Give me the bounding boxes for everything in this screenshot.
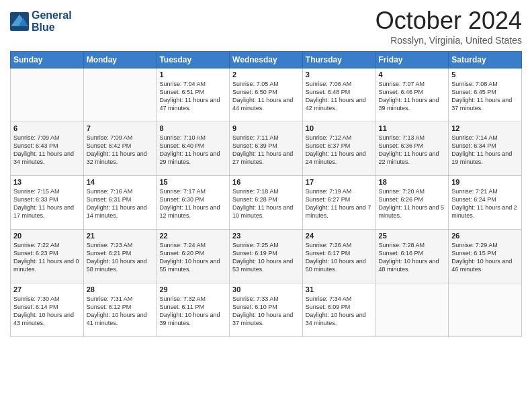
cell-info: Sunrise: 7:17 AM Sunset: 6:30 PM Dayligh… (159, 187, 226, 220)
cell-info: Sunrise: 7:33 AM Sunset: 6:10 PM Dayligh… (232, 295, 300, 328)
day-number: 31 (306, 285, 373, 293)
cell-info: Sunrise: 7:31 AM Sunset: 6:12 PM Dayligh… (87, 295, 154, 328)
day-number: 16 (232, 178, 300, 186)
calendar-header: SundayMondayTuesdayWednesdayThursdayFrid… (11, 52, 522, 68)
calendar-cell: 29Sunrise: 7:32 AM Sunset: 6:11 PM Dayli… (157, 283, 230, 337)
cell-info: Sunrise: 7:29 AM Sunset: 6:15 PM Dayligh… (451, 241, 519, 274)
cell-info: Sunrise: 7:12 AM Sunset: 6:37 PM Dayligh… (306, 134, 373, 167)
cell-info: Sunrise: 7:34 AM Sunset: 6:09 PM Dayligh… (306, 295, 373, 328)
calendar-cell: 24Sunrise: 7:26 AM Sunset: 6:17 PM Dayli… (302, 230, 375, 283)
day-number: 3 (306, 71, 373, 79)
calendar-table: SundayMondayTuesdayWednesdayThursdayFrid… (10, 51, 522, 337)
calendar-cell: 21Sunrise: 7:23 AM Sunset: 6:21 PM Dayli… (83, 230, 157, 283)
calendar-cell: 16Sunrise: 7:18 AM Sunset: 6:28 PM Dayli… (230, 176, 303, 230)
weekday-header-saturday: Saturday (449, 52, 522, 68)
cell-info: Sunrise: 7:23 AM Sunset: 6:21 PM Dayligh… (87, 241, 154, 274)
day-number: 2 (232, 71, 300, 79)
day-number: 18 (379, 178, 446, 186)
calendar-cell: 4Sunrise: 7:07 AM Sunset: 6:46 PM Daylig… (375, 68, 449, 122)
day-number: 13 (13, 178, 81, 186)
cell-info: Sunrise: 7:32 AM Sunset: 6:11 PM Dayligh… (159, 295, 226, 328)
calendar-title: October 2024 (375, 7, 522, 35)
day-number: 1 (159, 71, 226, 79)
weekday-header-tuesday: Tuesday (157, 52, 230, 68)
cell-info: Sunrise: 7:22 AM Sunset: 6:23 PM Dayligh… (13, 241, 81, 274)
day-number: 30 (232, 285, 300, 293)
calendar-cell: 27Sunrise: 7:30 AM Sunset: 6:14 PM Dayli… (11, 283, 84, 337)
cell-info: Sunrise: 7:25 AM Sunset: 6:19 PM Dayligh… (232, 241, 300, 274)
calendar-cell: 19Sunrise: 7:21 AM Sunset: 6:24 PM Dayli… (449, 176, 522, 230)
cell-info: Sunrise: 7:14 AM Sunset: 6:34 PM Dayligh… (451, 134, 519, 167)
page-header: General Blue October 2024 Rosslyn, Virgi… (10, 7, 522, 46)
calendar-cell: 7Sunrise: 7:09 AM Sunset: 6:42 PM Daylig… (83, 122, 157, 176)
cell-info: Sunrise: 7:09 AM Sunset: 6:42 PM Dayligh… (87, 134, 154, 167)
day-number: 26 (451, 232, 519, 240)
day-number: 12 (451, 124, 519, 132)
cell-info: Sunrise: 7:13 AM Sunset: 6:36 PM Dayligh… (379, 134, 446, 167)
calendar-cell (83, 68, 157, 122)
calendar-cell: 23Sunrise: 7:25 AM Sunset: 6:19 PM Dayli… (230, 230, 303, 283)
cell-info: Sunrise: 7:05 AM Sunset: 6:50 PM Dayligh… (232, 80, 300, 113)
day-number: 22 (159, 232, 226, 240)
day-number: 11 (379, 124, 446, 132)
cell-info: Sunrise: 7:19 AM Sunset: 6:27 PM Dayligh… (306, 187, 373, 220)
cell-info: Sunrise: 7:08 AM Sunset: 6:45 PM Dayligh… (451, 80, 519, 113)
weekday-header-monday: Monday (83, 52, 157, 68)
weekday-header-thursday: Thursday (302, 52, 375, 68)
day-number: 19 (451, 178, 519, 186)
day-number: 8 (159, 124, 226, 132)
cell-info: Sunrise: 7:15 AM Sunset: 6:33 PM Dayligh… (13, 187, 81, 220)
day-number: 9 (232, 124, 300, 132)
calendar-cell: 17Sunrise: 7:19 AM Sunset: 6:27 PM Dayli… (302, 176, 375, 230)
weekday-header-row: SundayMondayTuesdayWednesdayThursdayFrid… (11, 52, 522, 68)
day-number: 4 (379, 71, 446, 79)
day-number: 28 (87, 285, 154, 293)
day-number: 15 (159, 178, 226, 186)
day-number: 29 (159, 285, 226, 293)
calendar-cell: 26Sunrise: 7:29 AM Sunset: 6:15 PM Dayli… (449, 230, 522, 283)
day-number: 17 (306, 178, 373, 186)
calendar-week-row: 1Sunrise: 7:04 AM Sunset: 6:51 PM Daylig… (11, 68, 522, 122)
day-number: 23 (232, 232, 300, 240)
cell-info: Sunrise: 7:07 AM Sunset: 6:46 PM Dayligh… (379, 80, 446, 113)
calendar-cell: 8Sunrise: 7:10 AM Sunset: 6:40 PM Daylig… (157, 122, 230, 176)
calendar-week-row: 13Sunrise: 7:15 AM Sunset: 6:33 PM Dayli… (11, 176, 522, 230)
cell-info: Sunrise: 7:11 AM Sunset: 6:39 PM Dayligh… (232, 134, 300, 167)
calendar-cell: 18Sunrise: 7:20 AM Sunset: 6:26 PM Dayli… (375, 176, 449, 230)
day-number: 6 (13, 124, 81, 132)
cell-info: Sunrise: 7:10 AM Sunset: 6:40 PM Dayligh… (159, 134, 226, 167)
calendar-cell: 14Sunrise: 7:16 AM Sunset: 6:31 PM Dayli… (83, 176, 157, 230)
cell-info: Sunrise: 7:30 AM Sunset: 6:14 PM Dayligh… (13, 295, 81, 328)
calendar-cell: 25Sunrise: 7:28 AM Sunset: 6:16 PM Dayli… (375, 230, 449, 283)
calendar-cell: 1Sunrise: 7:04 AM Sunset: 6:51 PM Daylig… (157, 68, 230, 122)
calendar-cell (11, 68, 84, 122)
day-number: 7 (87, 124, 154, 132)
day-number: 20 (13, 232, 81, 240)
weekday-header-friday: Friday (375, 52, 449, 68)
logo-icon (10, 12, 29, 31)
cell-info: Sunrise: 7:04 AM Sunset: 6:51 PM Dayligh… (159, 80, 226, 113)
calendar-cell: 15Sunrise: 7:17 AM Sunset: 6:30 PM Dayli… (157, 176, 230, 230)
day-number: 10 (306, 124, 373, 132)
calendar-cell: 5Sunrise: 7:08 AM Sunset: 6:45 PM Daylig… (449, 68, 522, 122)
calendar-week-row: 20Sunrise: 7:22 AM Sunset: 6:23 PM Dayli… (11, 230, 522, 283)
calendar-cell: 2Sunrise: 7:05 AM Sunset: 6:50 PM Daylig… (230, 68, 303, 122)
day-number: 24 (306, 232, 373, 240)
day-number: 21 (87, 232, 154, 240)
logo-text: General Blue (32, 9, 72, 33)
cell-info: Sunrise: 7:20 AM Sunset: 6:26 PM Dayligh… (379, 187, 446, 220)
calendar-cell: 13Sunrise: 7:15 AM Sunset: 6:33 PM Dayli… (11, 176, 84, 230)
calendar-body: 1Sunrise: 7:04 AM Sunset: 6:51 PM Daylig… (11, 68, 522, 337)
calendar-cell: 31Sunrise: 7:34 AM Sunset: 6:09 PM Dayli… (302, 283, 375, 337)
calendar-cell: 9Sunrise: 7:11 AM Sunset: 6:39 PM Daylig… (230, 122, 303, 176)
day-number: 25 (379, 232, 446, 240)
title-area: October 2024 Rosslyn, Virginia, United S… (375, 7, 522, 46)
calendar-cell: 11Sunrise: 7:13 AM Sunset: 6:36 PM Dayli… (375, 122, 449, 176)
cell-info: Sunrise: 7:06 AM Sunset: 6:48 PM Dayligh… (306, 80, 373, 113)
calendar-week-row: 6Sunrise: 7:09 AM Sunset: 6:43 PM Daylig… (11, 122, 522, 176)
calendar-cell (449, 283, 522, 337)
calendar-subtitle: Rosslyn, Virginia, United States (375, 35, 522, 46)
cell-info: Sunrise: 7:26 AM Sunset: 6:17 PM Dayligh… (306, 241, 373, 274)
calendar-cell: 22Sunrise: 7:24 AM Sunset: 6:20 PM Dayli… (157, 230, 230, 283)
calendar-cell: 20Sunrise: 7:22 AM Sunset: 6:23 PM Dayli… (11, 230, 84, 283)
